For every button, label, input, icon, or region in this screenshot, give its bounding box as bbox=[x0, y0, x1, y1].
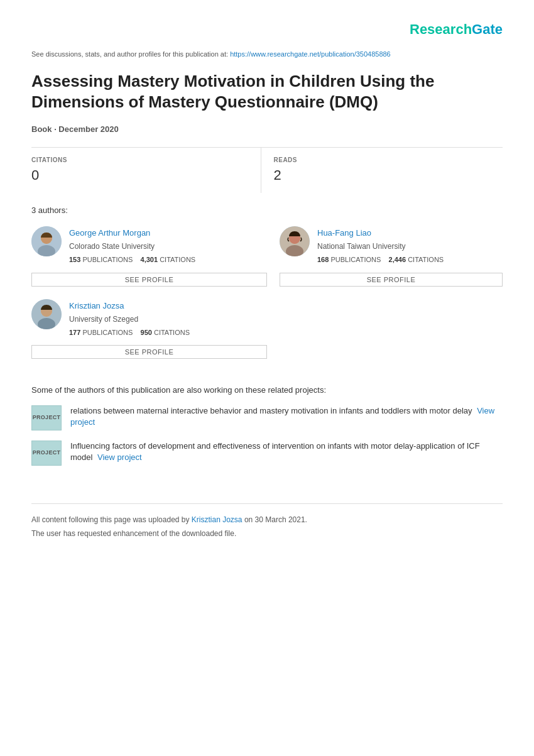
footer-uploader-link[interactable]: Krisztian Jozsa bbox=[192, 515, 242, 524]
project-item-1: Project relations between maternal inter… bbox=[31, 405, 503, 430]
author-info-2: Hua-Fang Liao National Taiwan University… bbox=[317, 226, 503, 265]
author-affiliation-3: University of Szeged bbox=[69, 314, 267, 325]
author3-cites-label: CITATIONS bbox=[154, 329, 190, 336]
notice-text: See discussions, stats, and author profi… bbox=[31, 50, 230, 58]
citations-label: CITATIONS bbox=[31, 155, 261, 165]
author-card-2: Hua-Fang Liao National Taiwan University… bbox=[267, 226, 503, 299]
footer-upload-text: All content following this page was uplo… bbox=[31, 514, 503, 525]
author3-cites: 950 bbox=[141, 329, 152, 336]
author1-cites-label: CITATIONS bbox=[160, 256, 195, 263]
author-info-1: George Arthur Morgan Colorado State Univ… bbox=[69, 226, 267, 265]
footer-enhancement-text: The user has requested enhancement of th… bbox=[31, 528, 503, 539]
author-info-3: Krisztian Jozsa University of Szeged 177… bbox=[69, 299, 267, 338]
paper-date: December 2020 bbox=[58, 124, 118, 134]
author-affiliation-1: Colorado State University bbox=[69, 241, 267, 252]
citations-block: CITATIONS 0 bbox=[31, 147, 261, 193]
author-card-1: George Arthur Morgan Colorado State Univ… bbox=[31, 226, 267, 299]
see-profile-button-3[interactable]: SEE PROFILE bbox=[31, 345, 267, 359]
footer-section: All content following this page was uplo… bbox=[31, 503, 503, 539]
author-affiliation-2: National Taiwan University bbox=[317, 241, 503, 252]
author1-pubs-label: PUBLICATIONS bbox=[82, 256, 133, 263]
author2-cites: 2,446 bbox=[389, 256, 406, 263]
project-link-2[interactable]: View project bbox=[97, 452, 142, 462]
author3-pubs-label: PUBLICATIONS bbox=[82, 329, 133, 336]
author-stats-2: 168 PUBLICATIONS 2,446 CITATIONS bbox=[317, 255, 503, 265]
author1-pubs: 153 bbox=[69, 256, 80, 263]
project-item-2: Project Influencing factors of developme… bbox=[31, 441, 503, 466]
project-icon-1: Project bbox=[31, 405, 62, 430]
related-projects-section: Some of the authors of this publication … bbox=[31, 384, 503, 466]
author1-cites: 4,301 bbox=[141, 256, 158, 263]
see-profile-button-2[interactable]: SEE PROFILE bbox=[280, 273, 503, 287]
researchgate-logo: ResearchGate bbox=[410, 21, 503, 37]
related-projects-title: Some of the authors of this publication … bbox=[31, 384, 503, 397]
author-avatar-1 bbox=[31, 226, 62, 256]
notice-link[interactable]: https://www.researchgate.net/publication… bbox=[230, 50, 391, 58]
stats-row: CITATIONS 0 READS 2 bbox=[31, 147, 503, 193]
project-description-1: relations between maternal interactive b… bbox=[70, 406, 472, 415]
author-name-1[interactable]: George Arthur Morgan bbox=[69, 228, 150, 238]
author-card-3: Krisztian Jozsa University of Szeged 177… bbox=[31, 299, 267, 372]
author-name-3[interactable]: Krisztian Jozsa bbox=[69, 301, 124, 310]
author3-pubs: 177 bbox=[69, 329, 80, 336]
project-text-1: relations between maternal interactive b… bbox=[70, 405, 503, 428]
book-date: Book · December 2020 bbox=[31, 123, 503, 136]
reads-value: 2 bbox=[274, 165, 503, 185]
author-name-2[interactable]: Hua-Fang Liao bbox=[317, 228, 371, 238]
project-text-2: Influencing factors of development and e… bbox=[70, 441, 503, 463]
authors-grid: George Arthur Morgan Colorado State Univ… bbox=[31, 226, 503, 371]
author-stats-1: 153 PUBLICATIONS 4,301 CITATIONS bbox=[69, 255, 267, 265]
footer-text2: on 30 March 2021. bbox=[244, 515, 307, 524]
footer-text1: All content following this page was uplo… bbox=[31, 515, 192, 524]
header-logo: ResearchGate bbox=[31, 13, 503, 49]
see-discussions-notice: See discussions, stats, and author profi… bbox=[31, 49, 503, 60]
project-icon-2: Project bbox=[31, 441, 62, 466]
reads-block: READS 2 bbox=[261, 147, 503, 193]
citations-value: 0 bbox=[31, 165, 261, 185]
author2-pubs-label: PUBLICATIONS bbox=[330, 256, 381, 263]
see-profile-button-1[interactable]: SEE PROFILE bbox=[31, 273, 267, 287]
author2-cites-label: CITATIONS bbox=[408, 256, 444, 263]
author-stats-3: 177 PUBLICATIONS 950 CITATIONS bbox=[69, 327, 267, 338]
author-avatar-3 bbox=[31, 299, 62, 329]
author-top-2: Hua-Fang Liao National Taiwan University… bbox=[280, 226, 503, 265]
authors-header: 3 authors: bbox=[31, 204, 503, 217]
author-top-3: Krisztian Jozsa University of Szeged 177… bbox=[31, 299, 267, 338]
author2-pubs: 168 bbox=[317, 256, 329, 263]
reads-label: READS bbox=[274, 155, 503, 165]
paper-title: Assessing Mastery Motivation in Children… bbox=[31, 71, 503, 114]
author-avatar-2 bbox=[280, 226, 310, 256]
book-type: Book bbox=[31, 124, 52, 134]
page-wrapper: ResearchGate See discussions, stats, and… bbox=[0, 0, 534, 564]
author-top-1: George Arthur Morgan Colorado State Univ… bbox=[31, 226, 267, 265]
